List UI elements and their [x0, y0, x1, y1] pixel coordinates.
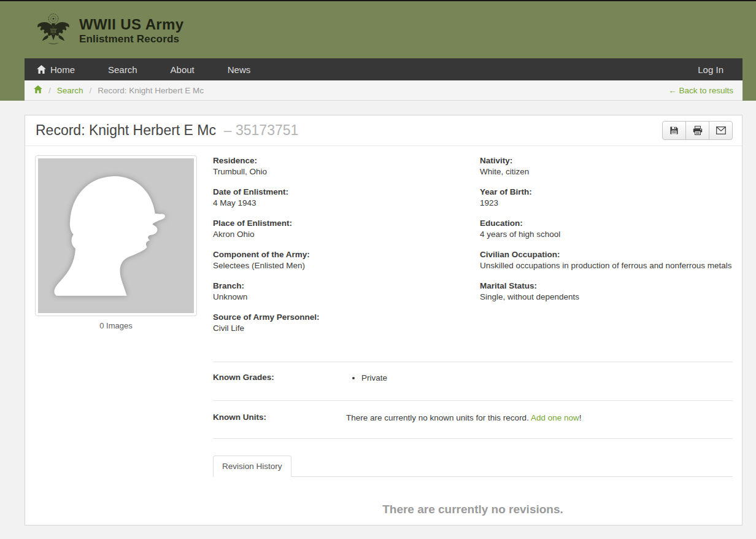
nav-item-label: Home: [50, 64, 75, 75]
field-place-of-enlistment: Place of Enlistment: Akron Ohio: [213, 218, 480, 240]
breadcrumb-search-link[interactable]: Search: [57, 86, 83, 95]
field-year-of-birth: Year of Birth: 1923: [480, 187, 733, 209]
page-title: Record: Knight Herbert E Mc – 35173751: [36, 122, 298, 139]
record-card: Record: Knight Herbert E Mc – 35173751: [25, 115, 742, 525]
field-date-of-enlistment: Date of Enlistment: 4 May 1943: [213, 187, 480, 209]
field-branch: Branch: Unknown: [213, 281, 480, 303]
breadcrumb-separator: /: [48, 86, 51, 95]
floppy-disk-save-icon: [669, 126, 679, 135]
record-tabs: Revision History: [213, 456, 733, 477]
record-toolbar: [662, 121, 733, 140]
home-icon: [37, 65, 46, 74]
record-title: Record: Knight Herbert E Mc: [36, 122, 216, 138]
site-header: WWII US Army Enlistment Records: [25, 0, 742, 58]
save-record-button[interactable]: [662, 121, 686, 140]
nav-item-search[interactable]: Search: [91, 58, 154, 80]
tab-revision-history[interactable]: Revision History: [213, 456, 291, 477]
record-card-body: 0 Images Residence: Trumbull, Ohio Date …: [25, 146, 742, 516]
add-unit-link[interactable]: Add one now: [531, 413, 579, 422]
breadcrumb-current: Record: Knight Herbert E Mc: [98, 86, 204, 95]
nav-item-news[interactable]: News: [211, 58, 268, 80]
record-sections: Known Grades: Private Known Units: There…: [213, 362, 733, 439]
record-card-header: Record: Knight Herbert E Mc – 35173751: [25, 115, 742, 146]
record-fields-column-1: Residence: Trumbull, Ohio Date of Enlist…: [213, 155, 480, 343]
us-army-eagle-seal-icon: [36, 12, 71, 50]
field-source-of-army-personnel: Source of Army Personnel: Civil Life: [213, 312, 480, 334]
record-serial-number: – 35173751: [220, 122, 298, 138]
grade-item: Private: [361, 373, 387, 384]
nav-item-home[interactable]: Home: [25, 58, 91, 80]
field-education: Education: 4 years of high school: [480, 218, 733, 240]
record-details-column: Residence: Trumbull, Ohio Date of Enlist…: [213, 155, 733, 516]
images-count-caption: 0 Images: [35, 321, 197, 330]
known-units-label: Known Units:: [213, 413, 346, 424]
print-record-button[interactable]: [685, 121, 709, 140]
known-grades-label: Known Grades:: [213, 373, 346, 384]
printer-icon: [693, 126, 703, 135]
window-top-edge: [0, 0, 756, 1]
nav-item-label: News: [228, 64, 251, 75]
breadcrumb-home-icon[interactable]: [34, 85, 42, 95]
soldier-silhouette-icon: [41, 161, 191, 310]
breadcrumb: / Search / Record: Knight Herbert E Mc ←…: [25, 80, 742, 101]
record-fields-column-2: Nativity: White, citizen Year of Birth: …: [480, 155, 733, 343]
known-units-section: Known Units: There are currently no know…: [213, 400, 733, 439]
login-button[interactable]: Log In: [679, 58, 742, 80]
record-image-column: 0 Images: [35, 155, 197, 516]
nav-item-label: About: [171, 64, 195, 75]
revisions-empty-message: There are currently no revisions.: [213, 503, 733, 516]
record-fields: Residence: Trumbull, Ohio Date of Enlist…: [213, 155, 733, 343]
breadcrumb-separator: /: [90, 86, 92, 95]
nav-item-about[interactable]: About: [154, 58, 211, 80]
field-civilian-occupation: Civilian Occupation: Unskilled occupatio…: [480, 249, 733, 271]
email-record-button[interactable]: [709, 121, 733, 140]
field-component-of-army: Component of the Army: Selectees (Enlist…: [213, 249, 480, 271]
known-units-empty-message: There are currently no known units for t…: [346, 413, 581, 424]
envelope-email-icon: [716, 126, 726, 134]
nav-item-label: Search: [108, 64, 137, 75]
site-title: WWII US Army: [79, 17, 184, 33]
field-marital-status: Marital Status: Single, without dependen…: [480, 281, 733, 303]
photo-placeholder-background: [38, 158, 194, 313]
field-nativity: Nativity: White, citizen: [480, 155, 733, 177]
main-navbar: Home Search About News Log In: [25, 58, 742, 80]
site-subtitle: Enlistment Records: [79, 33, 184, 45]
field-residence: Residence: Trumbull, Ohio: [213, 155, 480, 177]
grades-list: Private: [346, 373, 387, 384]
back-to-results-link[interactable]: ← Back to results: [668, 86, 733, 95]
record-photo-placeholder: [35, 155, 197, 316]
known-grades-section: Known Grades: Private: [213, 362, 733, 400]
